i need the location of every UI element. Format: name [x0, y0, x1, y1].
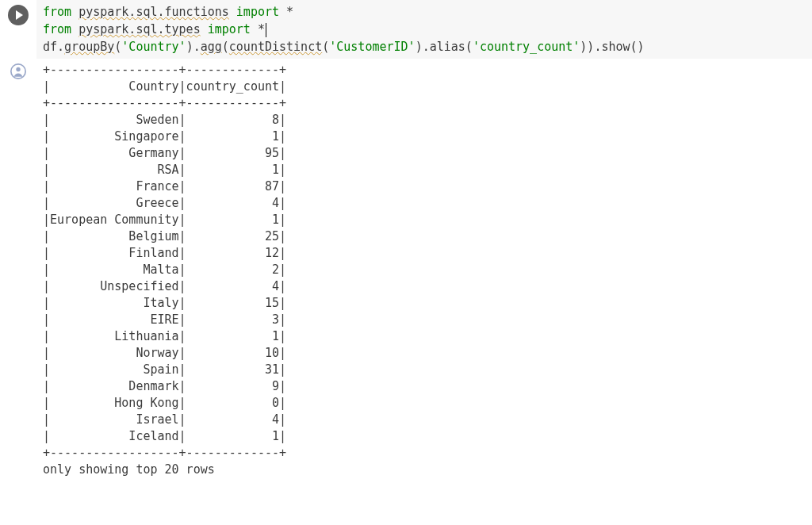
code-text: df. [43, 40, 64, 54]
paren: ( [222, 40, 229, 54]
keyword-from: from [43, 22, 71, 36]
output-cell: +------------------+-------------+ | Cou… [0, 62, 812, 478]
keyword-import: import [208, 22, 251, 36]
svg-point-1 [16, 67, 20, 71]
module-name: pyspark.sql.functions [79, 5, 229, 19]
code-cell: from pyspark.sql.functions import * from… [0, 0, 812, 59]
paren: ). [416, 40, 430, 54]
string-literal: 'CustomerID' [329, 40, 415, 54]
string-literal: 'Country' [121, 40, 186, 54]
paren: ). [186, 40, 201, 54]
keyword-from: from [43, 5, 71, 19]
user-icon [10, 63, 26, 79]
paren: ( [465, 40, 473, 54]
code-editor[interactable]: from pyspark.sql.functions import * from… [36, 0, 812, 59]
method-groupby: groupBy [64, 40, 114, 54]
paren: ( [114, 40, 121, 54]
cell-gutter [0, 0, 36, 25]
output-text: +------------------+-------------+ | Cou… [36, 62, 812, 478]
output-gutter [0, 62, 36, 82]
run-button[interactable] [8, 5, 29, 25]
keyword-import: import [236, 5, 279, 19]
method-alias: alias [430, 40, 465, 54]
star: * [286, 5, 293, 19]
text-cursor [266, 23, 266, 37]
paren: () [630, 40, 645, 54]
func-countdistinct: countDistinct [229, 40, 322, 54]
string-literal: 'country_count' [473, 40, 580, 54]
method-agg: agg [201, 40, 222, 54]
module-name: pyspark.sql.types [79, 22, 201, 36]
method-show: show [601, 40, 630, 54]
star: * [258, 22, 265, 36]
paren: )). [580, 40, 601, 54]
paren: ( [322, 40, 329, 54]
